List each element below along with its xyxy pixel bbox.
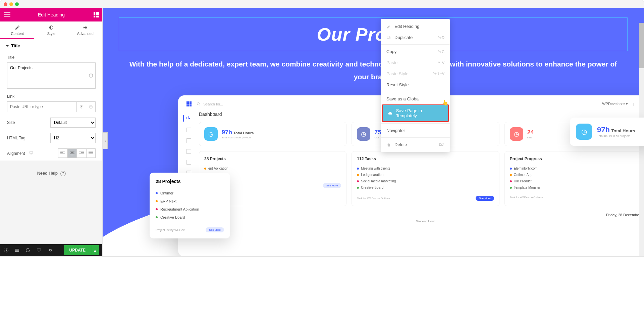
size-select[interactable]: Default xyxy=(50,118,96,128)
sidebar-header: Edit Heading xyxy=(0,8,102,21)
see-more-button: See More xyxy=(323,183,341,188)
svg-point-2 xyxy=(81,106,82,107)
clock-icon: ◷ xyxy=(357,127,370,141)
window-chrome xyxy=(0,0,644,8)
history-icon[interactable] xyxy=(25,248,31,253)
preview-icon[interactable] xyxy=(47,248,53,252)
collapse-sidebar-button[interactable]: ‹ xyxy=(103,132,108,149)
responsive-icon[interactable] xyxy=(29,151,34,155)
update-options-button[interactable]: ▴ xyxy=(91,245,99,255)
app-grid-icon xyxy=(186,101,192,106)
schedule-date: Friday, 28 December, 2019 xyxy=(606,213,644,217)
separator xyxy=(381,92,450,92)
trash-icon xyxy=(386,142,391,147)
sidebar-footer: UPDATE ▴ xyxy=(0,244,102,256)
responsive-mode-icon[interactable] xyxy=(36,248,42,253)
align-center-icon xyxy=(70,151,74,155)
ctx-paste: Paste^+V xyxy=(381,57,450,68)
clock-icon: ◷ xyxy=(510,127,523,141)
link-options-button[interactable] xyxy=(77,101,86,112)
htmltag-label: HTML Tag xyxy=(7,136,25,140)
title-label: Title xyxy=(7,55,96,60)
database-icon xyxy=(89,105,93,109)
page-subtitle: With the help of a dedicated, expert tea… xyxy=(126,58,620,83)
tab-advanced[interactable]: Advanced xyxy=(68,21,102,39)
dynamic-link-button[interactable] xyxy=(86,101,96,112)
navigator-icon[interactable] xyxy=(14,248,20,253)
caret-down-icon xyxy=(6,44,9,48)
htmltag-select[interactable]: H2 xyxy=(50,133,96,143)
ctx-paste-style: Paste Style^+⇧+V xyxy=(381,68,450,79)
maximize-window-button[interactable] xyxy=(15,2,19,6)
divider: | xyxy=(633,102,634,106)
menu-icon[interactable] xyxy=(4,12,10,17)
rail-item xyxy=(186,138,191,143)
clock-icon: ◷ xyxy=(204,127,218,141)
floating-projects-card: 28 Projects Ontimer ERP Next Recreuitmen… xyxy=(150,173,230,238)
elementor-sidebar: Edit Heading Content Style Advanced Titl… xyxy=(0,8,103,256)
sidebar-title: Edit Heading xyxy=(38,12,65,17)
minimize-window-button[interactable] xyxy=(9,2,13,6)
tab-content[interactable]: Content xyxy=(0,21,34,39)
alignment-field: Alignment xyxy=(0,146,102,161)
working-hour-label: Working Hour xyxy=(199,220,644,223)
search-icon xyxy=(197,102,201,106)
widgets-grid-icon[interactable] xyxy=(94,12,99,17)
scrollbar-thumb[interactable] xyxy=(639,23,644,68)
align-justify-icon xyxy=(89,151,93,155)
separator xyxy=(381,44,450,45)
pencil-icon xyxy=(386,24,391,29)
ctx-delete[interactable]: Delete ⌦ xyxy=(381,139,450,150)
user-dropdown: WPDeveloper ▾ xyxy=(602,102,628,106)
align-right-button[interactable] xyxy=(77,148,86,158)
sidebar-spacer: Need Help ? xyxy=(0,161,102,244)
ctx-save-global[interactable]: Save as a Global xyxy=(381,93,450,104)
title-input[interactable]: Our Projects xyxy=(7,62,86,89)
htmltag-field: HTML Tag H2 xyxy=(0,130,102,146)
update-button[interactable]: UPDATE xyxy=(64,245,91,255)
chart-icon xyxy=(186,116,191,120)
ctx-navigator[interactable]: Navigator xyxy=(381,125,450,136)
svg-rect-10 xyxy=(387,36,389,38)
align-center-button[interactable] xyxy=(67,148,77,158)
ctx-reset-style[interactable]: Reset Style xyxy=(381,79,450,90)
ctx-save-templately[interactable]: Save Page in Templately xyxy=(382,104,449,122)
gear-icon xyxy=(83,25,88,30)
rail-item xyxy=(186,128,191,132)
progress-card: Project Progress Elemintorfy.com20h Onti… xyxy=(504,151,644,206)
cloud-icon xyxy=(388,111,393,116)
dynamic-tags-button[interactable] xyxy=(86,62,96,89)
svg-point-7 xyxy=(197,102,200,105)
title-section-toggle[interactable]: Title xyxy=(0,39,102,52)
align-left-icon xyxy=(60,151,65,155)
pencil-icon xyxy=(15,25,20,30)
align-justify-button[interactable] xyxy=(86,148,96,158)
svg-rect-4 xyxy=(30,151,33,153)
page-heading: Our Projects xyxy=(119,24,627,45)
tasks-card: 112 Tasks Meeting with clients Led genar… xyxy=(352,151,499,206)
settings-icon[interactable] xyxy=(4,248,9,253)
svg-point-3 xyxy=(90,105,92,106)
gear-icon xyxy=(79,105,84,109)
ctx-edit-heading[interactable]: Edit Heading xyxy=(381,21,450,32)
svg-rect-6 xyxy=(37,249,41,251)
ctx-copy[interactable]: Copy^+C xyxy=(381,46,450,57)
rail-item-active xyxy=(183,115,191,122)
rail-item xyxy=(186,160,191,165)
database-icon xyxy=(89,73,93,78)
tab-style[interactable]: Style xyxy=(34,21,68,39)
context-menu: Edit Heading Duplicate^+D Copy^+C Paste^… xyxy=(381,19,450,152)
need-help-link[interactable]: Need Help ? xyxy=(0,161,102,186)
separator xyxy=(381,123,450,124)
link-input[interactable] xyxy=(7,101,77,112)
svg-point-5 xyxy=(6,250,7,251)
align-left-button[interactable] xyxy=(58,148,67,158)
editor-tabs: Content Style Advanced xyxy=(0,21,102,39)
size-label: Size xyxy=(7,120,15,125)
svg-point-1 xyxy=(89,74,92,75)
selected-heading-widget[interactable]: Our Projects xyxy=(119,17,628,51)
ctx-duplicate[interactable]: Duplicate^+D xyxy=(381,32,450,43)
close-window-button[interactable] xyxy=(4,2,7,6)
size-field: Size Default xyxy=(0,115,102,130)
alignment-label: Alignment xyxy=(7,151,34,156)
